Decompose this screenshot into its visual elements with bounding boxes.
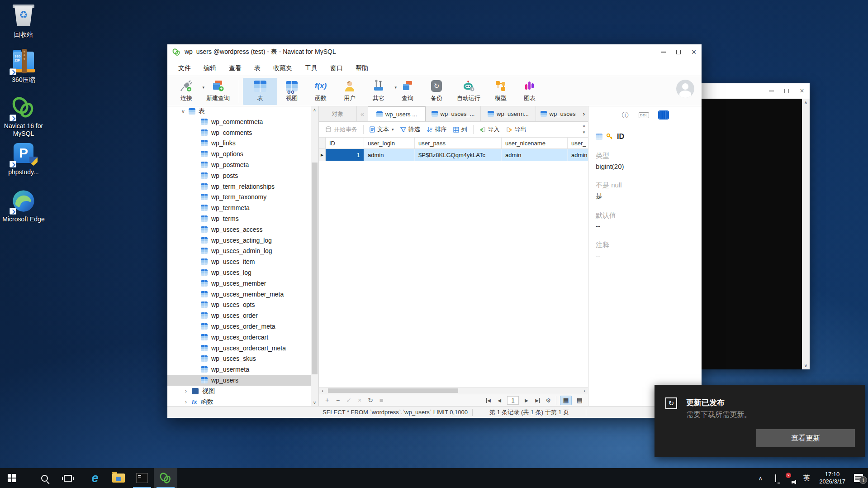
tree-item-table-selected[interactable]: wp_users bbox=[167, 375, 311, 386]
taskbar-cmd-button[interactable] bbox=[130, 468, 154, 488]
charts-button[interactable]: 图表 bbox=[515, 78, 544, 105]
tree-item-table[interactable]: wp_postmeta bbox=[167, 159, 311, 170]
cell-user-login[interactable]: admin bbox=[364, 149, 415, 161]
view-button[interactable]: oo 视图 bbox=[277, 78, 306, 105]
tree-item-table[interactable]: wp_usces_acting_log bbox=[167, 235, 311, 246]
cell-user-pass[interactable]: $P$Bz8KLGQqm4ykLATc bbox=[415, 149, 502, 161]
menu-item[interactable]: 查看 bbox=[223, 60, 248, 76]
tree-item-table[interactable]: wp_termmeta bbox=[167, 202, 311, 213]
tree-item-table[interactable]: wp_usces_ordercart_meta bbox=[167, 343, 311, 354]
column-header-user-login[interactable]: user_login bbox=[364, 138, 415, 148]
menu-item[interactable]: 窗口 bbox=[324, 60, 349, 76]
desktop-icon-recycle-bin[interactable]: ♻ 回收站 bbox=[0, 4, 47, 38]
tree-item-table[interactable]: wp_usces_ordercart bbox=[167, 332, 311, 343]
tree-item-table[interactable]: wp_usces_skus bbox=[167, 354, 311, 364]
info-icon[interactable]: ⓘ bbox=[622, 111, 629, 120]
last-record-icon[interactable]: ▶ bbox=[532, 398, 542, 403]
collapse-tabs-icon[interactable]: « bbox=[357, 106, 368, 121]
tree-item-table[interactable]: wp_comments bbox=[167, 127, 311, 138]
begin-transaction-button[interactable]: 开始事务 bbox=[323, 125, 360, 134]
menu-item[interactable]: 收藏夹 bbox=[267, 60, 299, 76]
refresh-icon[interactable]: ↻ bbox=[365, 397, 376, 404]
user-avatar[interactable] bbox=[676, 80, 694, 98]
tab-wp-usermeta[interactable]: wp_userm... bbox=[481, 106, 536, 121]
update-toast[interactable]: ↻ 更新已发布 需要下载所需更新。 查看更新 bbox=[655, 385, 865, 457]
menu-item[interactable]: 帮助 bbox=[349, 60, 375, 76]
import-button[interactable]: 导入 bbox=[477, 125, 502, 134]
tree-scrollbar[interactable]: ∧ ∨ bbox=[311, 106, 318, 406]
taskbar-explorer-button[interactable] bbox=[107, 468, 130, 488]
start-button[interactable] bbox=[0, 468, 24, 488]
apply-icon[interactable]: ✓ bbox=[343, 397, 354, 404]
tree-item-table[interactable]: wp_usces_opts bbox=[167, 300, 311, 311]
sort-button[interactable]: 排序 bbox=[424, 125, 449, 134]
user-button[interactable]: 用户 bbox=[335, 78, 364, 105]
connect-button[interactable]: ▾ 连接 bbox=[172, 78, 201, 105]
scrollbar-thumb[interactable] bbox=[312, 163, 318, 374]
tree-root-views[interactable]: › 视图 bbox=[167, 386, 311, 397]
scroll-down-icon[interactable]: ∨ bbox=[311, 400, 318, 405]
scroll-up-icon[interactable]: ∧ bbox=[311, 107, 318, 112]
tree-item-table[interactable]: wp_usces_order_meta bbox=[167, 321, 311, 332]
first-record-icon[interactable]: ◀ bbox=[484, 398, 493, 403]
query-button[interactable]: 查询 bbox=[393, 78, 422, 105]
tree-item-table[interactable]: wp_usces_admin_log bbox=[167, 246, 311, 257]
tree-item-table[interactable]: wp_usces_access bbox=[167, 224, 311, 235]
overflow-icon[interactable]: » bbox=[583, 123, 585, 129]
function-button[interactable]: f(x) 函数 bbox=[306, 78, 335, 105]
maximize-icon[interactable] bbox=[779, 83, 794, 99]
page-number-input[interactable]: 1 bbox=[507, 396, 519, 405]
backup-button[interactable]: ↻ 备份 bbox=[422, 78, 451, 105]
close-icon[interactable]: × bbox=[686, 44, 702, 60]
taskbar-navicat-button[interactable] bbox=[154, 468, 177, 488]
console-window[interactable]: × ∧ ∨ bbox=[695, 83, 810, 369]
tab-wp-usces-2[interactable]: wp_usces bbox=[536, 106, 580, 121]
horizontal-scrollbar[interactable]: ‹ › bbox=[319, 387, 588, 394]
taskbar-ie-button[interactable]: e bbox=[83, 468, 107, 488]
next-record-icon[interactable]: ▶ bbox=[522, 398, 531, 403]
cell-user-email[interactable]: admin bbox=[568, 149, 588, 161]
new-query-button[interactable]: 新建查询 bbox=[201, 78, 235, 105]
model-button[interactable]: 模型 bbox=[486, 78, 515, 105]
discard-icon[interactable]: × bbox=[354, 397, 365, 404]
tree-item-table[interactable]: wp_usces_member bbox=[167, 278, 311, 289]
scroll-left-icon[interactable]: ‹ bbox=[319, 388, 326, 393]
ddl-icon[interactable]: DDL bbox=[639, 112, 650, 118]
desktop-icon-navicat[interactable]: Navicat 16 for MySQL bbox=[0, 95, 47, 138]
export-button[interactable]: 导出 bbox=[504, 125, 529, 134]
stop-icon[interactable]: ■ bbox=[376, 397, 387, 404]
tree-item-table[interactable]: wp_terms bbox=[167, 213, 311, 224]
table-row[interactable]: ▶ 1 admin $P$Bz8KLGQqm4ykLATc admin admi… bbox=[319, 149, 588, 161]
chevron-right-icon[interactable]: › bbox=[184, 388, 188, 394]
menu-item[interactable]: 编辑 bbox=[197, 60, 223, 76]
tree-item-table[interactable]: wp_usces_member_meta bbox=[167, 289, 311, 300]
settings-gear-icon[interactable]: ⚙ bbox=[543, 397, 553, 404]
taskbar-clock[interactable]: 17:10 2026/3/17 bbox=[816, 471, 849, 485]
column-header-user-email[interactable]: user_ bbox=[568, 138, 588, 148]
tree-item-table[interactable]: wp_usces_order bbox=[167, 310, 311, 321]
table-button[interactable]: 表 bbox=[243, 78, 277, 105]
minimize-icon[interactable] bbox=[655, 44, 671, 60]
form-view-button[interactable]: ▤ bbox=[574, 396, 585, 405]
scroll-down-icon[interactable]: ∨ bbox=[804, 363, 807, 368]
view-update-button[interactable]: 查看更新 bbox=[756, 429, 855, 447]
desktop-icon-phpstudy[interactable]: P phpstudy... bbox=[0, 141, 47, 176]
ime-indicator[interactable]: 英 bbox=[800, 474, 813, 483]
tree-root-functions[interactable]: › fx 函数 bbox=[167, 397, 311, 406]
tree-item-table[interactable]: wp_usermeta bbox=[167, 364, 311, 375]
tree-item-table[interactable]: wp_posts bbox=[167, 170, 311, 181]
search-button[interactable] bbox=[33, 468, 56, 488]
other-button[interactable]: ▾ 其它 bbox=[364, 78, 393, 105]
cell-id[interactable]: 1 bbox=[326, 149, 364, 161]
tree-item-table[interactable]: wp_usces_log bbox=[167, 267, 311, 278]
titlebar[interactable]: wp_users @wordpress (test) - 表 - Navicat… bbox=[167, 44, 702, 60]
dropdown-icon[interactable]: ▾ bbox=[392, 127, 394, 132]
tree-item-table[interactable]: wp_term_relationships bbox=[167, 181, 311, 192]
notification-center-button[interactable]: 1 bbox=[852, 474, 865, 482]
dropdown-icon[interactable]: ▾ bbox=[583, 129, 585, 135]
grid-view-button[interactable]: ▦ bbox=[560, 396, 572, 405]
automation-button[interactable]: 自动运行 bbox=[451, 78, 486, 105]
cell-user-nicename[interactable]: admin bbox=[502, 149, 568, 161]
delete-record-icon[interactable]: − bbox=[332, 397, 343, 404]
tree-item-table[interactable]: wp_usces_item bbox=[167, 256, 311, 267]
